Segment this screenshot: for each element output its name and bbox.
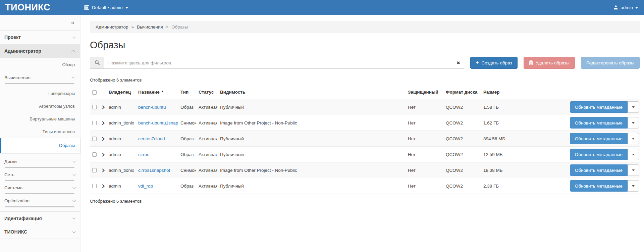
row-actions-dropdown-toggle[interactable] xyxy=(628,149,639,160)
cell-owner: admin xyxy=(106,99,136,115)
sort-asc-icon: ▲ xyxy=(161,90,164,93)
table-row: admin_tionix cirros1snapshot Снимок Акти… xyxy=(90,162,640,178)
sidebar-item-project[interactable]: Проект xyxy=(0,31,80,44)
sidebar-item-images[interactable]: Образы xyxy=(0,138,80,153)
col-owner[interactable]: Владелец xyxy=(106,87,136,99)
image-name-link[interactable]: centos7cloud xyxy=(138,136,165,141)
row-checkbox[interactable] xyxy=(92,168,97,172)
delete-images-button[interactable]: Удалить образы xyxy=(524,57,575,69)
update-metadata-button[interactable]: Обновить метаданные xyxy=(570,133,628,144)
table-row: admin cirros Образ Активная Публичный Не… xyxy=(90,147,640,162)
row-checkbox[interactable] xyxy=(92,121,97,125)
sidebar-item-identity[interactable]: Идентификация xyxy=(0,211,80,225)
cell-owner: admin_tionix xyxy=(106,162,136,178)
sidebar-item-overview[interactable]: Обзор xyxy=(0,58,80,71)
caret-down-icon xyxy=(632,185,635,187)
breadcrumb-separator: » xyxy=(131,24,134,30)
table-row: admin vdi_rdp Образ Активная Публичный Н… xyxy=(90,178,640,194)
col-visibility[interactable]: Видимость xyxy=(217,87,405,99)
cell-size: 18.38 МБ xyxy=(481,162,554,178)
breadcrumb-admin[interactable]: Администратор xyxy=(96,24,128,30)
row-actions-dropdown-toggle[interactable] xyxy=(628,164,639,176)
sidebar-group-volumes[interactable]: Диски xyxy=(0,155,80,168)
cell-size: 12.59 МБ xyxy=(481,147,554,162)
sidebar-item-admin[interactable]: Администратор xyxy=(0,44,80,58)
sidebar-group-system[interactable]: Система xyxy=(0,181,80,194)
row-expander-icon[interactable] xyxy=(101,184,104,188)
context-switcher[interactable]: Default • admin xyxy=(84,5,128,10)
filter-group: ✖ xyxy=(90,57,464,69)
row-expander-icon[interactable] xyxy=(101,168,104,172)
breadcrumb-compute[interactable]: Вычисления xyxy=(137,24,163,30)
image-name-link[interactable]: cirros1snapshot xyxy=(138,168,170,173)
sidebar-item-label: Администратор xyxy=(4,48,41,54)
cell-disk-format: QCOW2 xyxy=(443,147,481,162)
caret-down-icon xyxy=(635,7,638,9)
caret-down-icon xyxy=(632,169,635,171)
cell-disk-format: QCOW2 xyxy=(443,131,481,147)
filter-input[interactable] xyxy=(104,57,464,69)
cell-disk-format: QCOW2 xyxy=(443,115,481,131)
sidebar-item-instances[interactable]: Виртуальные машины xyxy=(0,113,80,125)
brand-logo: ТИОНИКС xyxy=(0,2,80,13)
sidebar-group-optimization[interactable]: Optimization xyxy=(0,194,80,207)
sidebar-group-label: Диски xyxy=(4,159,17,164)
sidebar: « Проект Администратор Обзор Вычисления … xyxy=(0,15,80,252)
row-checkbox[interactable] xyxy=(92,105,97,109)
col-status[interactable]: Статус xyxy=(196,87,217,99)
sidebar-group-label: Система xyxy=(4,185,22,190)
update-metadata-button[interactable]: Обновить метаданные xyxy=(570,117,628,129)
cell-status: Активная xyxy=(196,115,217,131)
col-protected[interactable]: Защищенный xyxy=(405,87,443,99)
image-name-link[interactable]: vdi_rdp xyxy=(138,184,153,189)
sidebar-collapse-row: « xyxy=(0,15,80,31)
chevron-down-icon xyxy=(72,230,76,233)
cell-status: Активная xyxy=(196,147,217,162)
sidebar-item-host-aggregates[interactable]: Агрегаторы узлов xyxy=(0,100,80,113)
row-expander-icon[interactable] xyxy=(101,121,104,125)
row-actions-dropdown-toggle[interactable] xyxy=(628,101,639,113)
table-row: admin centos7cloud Образ Активная Публич… xyxy=(90,131,640,147)
col-name[interactable]: Название▲ xyxy=(136,87,178,99)
create-image-button[interactable]: + Создать образ xyxy=(470,57,518,69)
items-count-top: Отображено 6 элементов xyxy=(90,78,640,83)
cell-protected: Нет xyxy=(405,162,443,178)
sidebar-collapse-button[interactable]: « xyxy=(71,19,74,26)
update-metadata-button[interactable]: Обновить метаданные xyxy=(570,149,628,160)
cell-type: Образ xyxy=(178,178,196,194)
top-navbar: ТИОНИКС Default • admin admin xyxy=(0,0,644,15)
image-name-link[interactable]: bench-ubuntu xyxy=(138,105,166,110)
sidebar-item-flavors[interactable]: Типы инстансов xyxy=(0,125,80,138)
col-size[interactable]: Размер xyxy=(481,87,554,99)
clear-filter-icon[interactable]: ✖ xyxy=(457,61,460,65)
chevron-down-icon xyxy=(72,199,76,202)
edit-images-button[interactable]: Редактировать образы xyxy=(581,57,640,69)
list-icon xyxy=(84,5,89,10)
row-actions-dropdown-toggle[interactable] xyxy=(628,117,639,129)
cell-owner: admin_tionix xyxy=(106,115,136,131)
row-expander-icon[interactable] xyxy=(101,153,104,156)
row-checkbox[interactable] xyxy=(92,152,97,157)
update-metadata-button[interactable]: Обновить метаданные xyxy=(570,164,628,176)
chevron-up-icon xyxy=(71,77,75,80)
cell-size: 1.62 ГБ xyxy=(481,115,554,131)
row-actions-dropdown-toggle[interactable] xyxy=(628,180,639,192)
col-disk-format[interactable]: Формат диска xyxy=(443,87,481,99)
sidebar-item-hypervisors[interactable]: Гипервизоры xyxy=(0,87,80,100)
image-name-link[interactable]: bench-ubuntu1snapshot xyxy=(138,120,178,125)
sidebar-group-network[interactable]: Сеть xyxy=(0,168,80,181)
image-name-link[interactable]: cirros xyxy=(138,152,149,157)
row-actions-dropdown-toggle[interactable] xyxy=(628,133,639,144)
row-expander-icon[interactable] xyxy=(101,105,104,109)
user-menu[interactable]: admin xyxy=(613,5,638,10)
update-metadata-button[interactable]: Обновить метаданные xyxy=(570,101,628,113)
select-all-checkbox[interactable] xyxy=(92,90,97,95)
col-type[interactable]: Тип xyxy=(178,87,196,99)
row-checkbox[interactable] xyxy=(92,137,97,141)
row-checkbox[interactable] xyxy=(92,184,97,188)
row-expander-icon[interactable] xyxy=(101,137,104,141)
sidebar-item-tionix[interactable]: ТИОНИКС xyxy=(0,225,80,239)
search-button[interactable] xyxy=(90,57,104,69)
sidebar-group-compute[interactable]: Вычисления xyxy=(0,71,80,84)
update-metadata-button[interactable]: Обновить метаданные xyxy=(570,180,628,192)
